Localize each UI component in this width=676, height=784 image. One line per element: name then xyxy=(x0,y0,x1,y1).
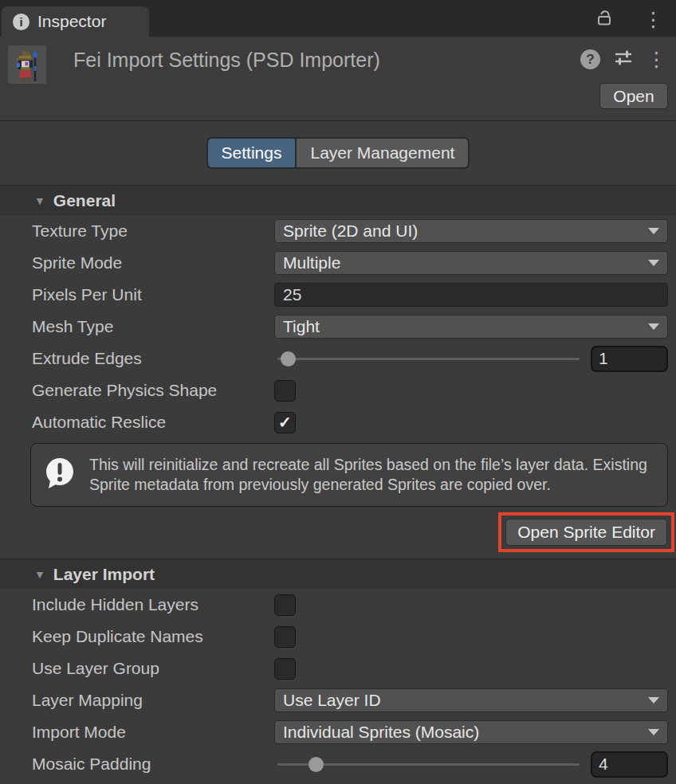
use-layer-group-checkbox[interactable] xyxy=(274,658,296,680)
row-use-layer-group: Use Layer Group xyxy=(0,653,676,684)
row-layer-mapping: Layer Mapping Use Layer ID xyxy=(0,684,676,716)
layer-mapping-dropdown[interactable]: Use Layer ID xyxy=(274,688,668,712)
field-label: Mesh Type xyxy=(32,317,274,336)
kebab-menu-icon[interactable]: ⋮ xyxy=(647,49,666,69)
section-title: Layer Import xyxy=(53,565,155,584)
mosaic-padding-input[interactable] xyxy=(591,751,668,778)
field-label: Import Mode xyxy=(32,723,274,742)
field-label: Sprite Mode xyxy=(32,253,274,272)
help-circle-icon[interactable]: ? xyxy=(580,49,600,69)
fei-character-sprite xyxy=(8,45,46,84)
row-sprite-mode: Sprite Mode Multiple xyxy=(0,247,676,279)
inspector-window: i Inspector ⋮ xyxy=(0,0,676,784)
field-label: Layer Mapping xyxy=(32,691,274,710)
mesh-type-dropdown[interactable]: Tight xyxy=(274,315,668,339)
row-import-mode: Import Mode Individual Sprites (Mosaic) xyxy=(0,716,676,748)
window-tab-strip: i Inspector ⋮ xyxy=(0,0,676,37)
section-title: General xyxy=(53,191,116,210)
foldout-arrow-icon: ▼ xyxy=(34,194,45,207)
highlight-rectangle: Open Sprite Editor xyxy=(498,512,674,552)
dropdown-value: Sprite (2D and UI) xyxy=(283,221,418,241)
check-icon: ✓ xyxy=(278,413,292,432)
field-label: Pixels Per Unit xyxy=(32,285,274,304)
field-label: Automatic Reslice xyxy=(32,413,274,432)
importer-tab-bar: Settings Layer Management xyxy=(0,121,676,185)
extrude-edges-input[interactable] xyxy=(591,346,668,372)
dropdown-value: Tight xyxy=(283,317,320,336)
slider-track xyxy=(277,358,580,360)
section-header-layer-import[interactable]: ▼ Layer Import xyxy=(0,559,676,589)
dropdown-arrow-icon xyxy=(648,697,659,704)
field-label: Mosaic Padding xyxy=(32,755,274,774)
dropdown-value: Use Layer ID xyxy=(283,691,381,710)
slider-handle[interactable] xyxy=(309,757,324,772)
field-label: Use Layer Group xyxy=(32,659,274,678)
tab-inspector-label: Inspector xyxy=(37,12,106,31)
open-sprite-editor-button[interactable]: Open Sprite Editor xyxy=(505,519,667,546)
section-header-general[interactable]: ▼ General xyxy=(0,185,676,215)
include-hidden-layers-checkbox[interactable] xyxy=(274,594,296,616)
tab-settings[interactable]: Settings xyxy=(208,139,296,167)
info-message: This will reinitialize and recreate all … xyxy=(89,455,656,496)
reslice-info-box: This will reinitialize and recreate all … xyxy=(30,443,668,507)
field-label: Generate Physics Shape xyxy=(32,381,274,400)
texture-type-dropdown[interactable]: Sprite (2D and UI) xyxy=(274,219,668,243)
mosaic-padding-slider[interactable] xyxy=(274,752,583,776)
open-button[interactable]: Open xyxy=(599,83,668,109)
sprite-mode-dropdown[interactable]: Multiple xyxy=(274,251,668,275)
extrude-edges-slider[interactable] xyxy=(274,347,583,370)
row-keep-duplicate-names: Keep Duplicate Names xyxy=(0,621,676,653)
row-generate-physics-shape: Generate Physics Shape xyxy=(0,374,676,406)
dropdown-arrow-icon xyxy=(648,323,659,330)
keep-duplicate-names-checkbox[interactable] xyxy=(274,626,296,648)
asset-thumbnail xyxy=(8,45,46,84)
importer-header: Fei Import Settings (PSD Importer) ? ⋮ O… xyxy=(0,37,676,121)
dropdown-value: Multiple xyxy=(283,253,340,272)
import-mode-dropdown[interactable]: Individual Sprites (Mosaic) xyxy=(274,720,668,744)
generate-physics-shape-checkbox[interactable] xyxy=(274,380,296,402)
dropdown-arrow-icon xyxy=(648,729,659,735)
presets-sliders-icon[interactable] xyxy=(613,47,634,72)
row-pixels-per-unit: Pixels Per Unit xyxy=(0,279,676,311)
info-circle-icon: i xyxy=(13,14,29,30)
tab-layer-management[interactable]: Layer Management xyxy=(295,139,468,167)
tab-inspector[interactable]: i Inspector xyxy=(2,6,149,37)
speech-bubble-exclamation-icon xyxy=(41,454,79,496)
pixels-per-unit-input[interactable] xyxy=(274,283,668,307)
row-extrude-edges: Extrude Edges xyxy=(0,343,676,374)
kebab-menu-icon[interactable]: ⋮ xyxy=(643,10,663,29)
field-label: Include Hidden Layers xyxy=(32,595,274,614)
row-texture-type: Texture Type Sprite (2D and UI) xyxy=(0,215,676,247)
row-automatic-reslice: Automatic Reslice ✓ xyxy=(0,406,676,438)
row-mesh-type: Mesh Type Tight xyxy=(0,311,676,343)
dropdown-arrow-icon xyxy=(648,228,659,234)
automatic-reslice-checkbox[interactable]: ✓ xyxy=(274,412,296,433)
field-label: Texture Type xyxy=(32,221,274,241)
field-label: Extrude Edges xyxy=(32,349,274,368)
open-sprite-editor-row: Open Sprite Editor xyxy=(0,512,676,552)
foldout-arrow-icon: ▼ xyxy=(34,568,45,581)
dropdown-value: Individual Sprites (Mosaic) xyxy=(283,723,479,742)
field-label: Keep Duplicate Names xyxy=(32,627,274,646)
row-mosaic-padding: Mosaic Padding xyxy=(0,748,676,780)
page-title: Fei Import Settings (PSD Importer) xyxy=(73,49,380,72)
unlock-icon[interactable] xyxy=(595,8,613,31)
row-include-hidden-layers: Include Hidden Layers xyxy=(0,589,676,621)
dropdown-arrow-icon xyxy=(648,260,659,266)
slider-handle[interactable] xyxy=(281,351,296,367)
